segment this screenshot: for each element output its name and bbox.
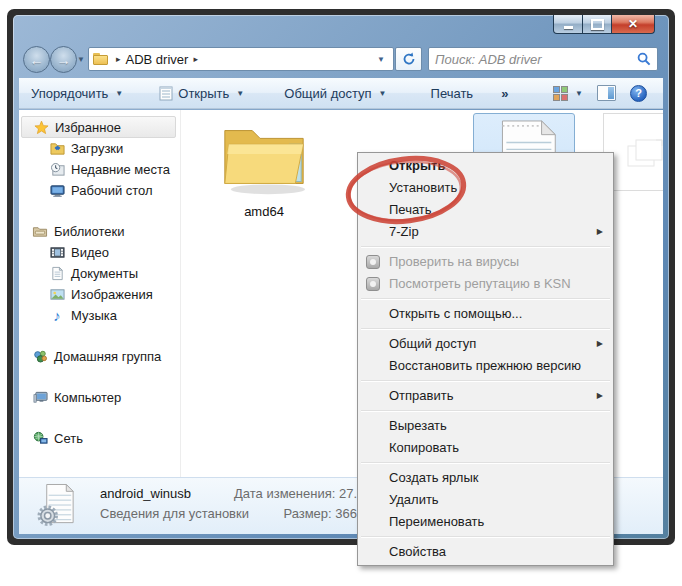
menu-item-label: Проверить на вирусы [389, 254, 519, 269]
downloads-icon [49, 141, 65, 157]
chevron-down-icon: ▼ [575, 89, 583, 98]
chevron-down-icon: ▼ [236, 89, 244, 98]
menu-separator [361, 462, 610, 464]
video-icon [49, 245, 65, 261]
menu-item-open-with[interactable]: Открыть с помощью... [359, 303, 612, 325]
menu-item-rename[interactable]: Переименовать [359, 511, 612, 533]
maximize-icon [591, 19, 604, 30]
breadcrumb-arrow-icon[interactable]: ▸ [116, 54, 121, 64]
chevron-down-icon: ▼ [115, 89, 123, 98]
preview-pane-button[interactable] [597, 85, 616, 101]
menu-item-label: Свойства [389, 544, 446, 559]
desktop-icon [49, 183, 65, 199]
menu-item-label: Удалить [389, 492, 439, 507]
sidebar-item-documents[interactable]: Документы [19, 263, 180, 284]
sidebar-item-downloads[interactable]: Загрузки [19, 138, 180, 159]
views-button[interactable]: ▼ [553, 86, 583, 101]
menu-separator [361, 380, 610, 382]
menu-item-print[interactable]: Печать [359, 199, 612, 221]
recent-pages-caret-icon[interactable]: ▼ [77, 55, 85, 64]
menu-item-label: Вырезать [389, 418, 447, 433]
close-icon: ✕ [628, 17, 638, 31]
help-icon: ? [635, 87, 642, 99]
address-bar[interactable]: ▸ ADB driver ▸ ▼ [88, 47, 394, 71]
menu-item-label: Восстановить прежнюю версию [389, 358, 581, 373]
picture-icon [49, 287, 65, 303]
menu-separator [361, 298, 610, 300]
menu-item-share[interactable]: Общий доступ▶ [359, 333, 612, 355]
menu-item-scan-for-viruses[interactable]: Проверить на вирусы [359, 251, 612, 273]
menu-item-label: Копировать [389, 440, 459, 455]
sidebar-item-favorites[interactable]: Избранное [21, 116, 176, 138]
sidebar-item-recent-places[interactable]: Недавние места [19, 159, 180, 180]
submenu-arrow-icon: ▶ [597, 385, 603, 407]
minimize-button[interactable] [553, 15, 583, 34]
sidebar-item-pictures[interactable]: Изображения [19, 284, 180, 305]
menu-item-install[interactable]: Установить [359, 177, 612, 199]
menu-item-send-to[interactable]: Отправить▶ [359, 385, 612, 407]
sidebar-item-videos[interactable]: Видео [19, 242, 180, 263]
forward-icon: → [57, 52, 71, 68]
navigation-pane: Избранное Загрузки Недавние места Рабочи… [19, 110, 180, 477]
search-box[interactable]: Поиск: ADB driver [428, 47, 658, 71]
refresh-button[interactable] [395, 47, 422, 71]
back-icon: ← [30, 52, 44, 68]
star-icon [33, 119, 49, 135]
breadcrumb[interactable]: ADB driver [126, 52, 189, 67]
menu-separator [361, 246, 610, 248]
sidebar-item-label: Загрузки [71, 141, 123, 156]
menu-item-restore-previous-version[interactable]: Восстановить прежнюю версию [359, 355, 612, 377]
sidebar-item-label: Изображения [71, 287, 153, 302]
network-icon [32, 431, 48, 447]
organize-label: Упорядочить [31, 86, 108, 101]
menu-item-create-shortcut[interactable]: Создать ярлык [359, 467, 612, 489]
menu-item-delete[interactable]: Удалить [359, 489, 612, 511]
antivirus-icon [366, 255, 380, 269]
sidebar-item-label: Сеть [54, 431, 83, 446]
minimize-icon [564, 26, 573, 29]
menu-item-check-reputation-ksn[interactable]: Посмотреть репутацию в KSN [359, 273, 612, 295]
folder-icon [93, 53, 109, 66]
print-button[interactable]: Печать [431, 86, 474, 101]
submenu-arrow-icon: ▶ [597, 221, 603, 243]
close-button[interactable]: ✕ [611, 15, 655, 34]
open-button[interactable]: Открыть ▼ [159, 85, 244, 101]
libraries-icon [32, 224, 48, 240]
sidebar-item-label: Библиотеки [54, 224, 124, 239]
menu-item-label: Переименовать [389, 514, 484, 529]
sidebar-item-network[interactable]: Сеть [19, 428, 180, 449]
sidebar-item-desktop[interactable]: Рабочий стол [19, 180, 180, 201]
search-icon[interactable] [637, 52, 651, 66]
sidebar-item-music[interactable]: ♪ Музыка [19, 305, 180, 326]
forward-button[interactable]: → [50, 46, 77, 73]
more-commands-button[interactable]: » [501, 86, 508, 101]
chevron-down-icon: ▼ [379, 89, 387, 98]
sidebar-item-label: Видео [71, 245, 109, 260]
sidebar-item-computer[interactable]: Компьютер [19, 387, 180, 408]
breadcrumb-arrow-icon[interactable]: ▸ [193, 54, 198, 64]
menu-item-7zip[interactable]: 7-Zip▶ [359, 221, 612, 243]
sidebar-item-libraries[interactable]: Библиотеки [19, 221, 180, 242]
menu-item-properties[interactable]: Свойства [359, 541, 612, 563]
screenshot-canvas: ✕ ← → ▼ ▸ ADB driver ▸ ▼ Поиск: ADB driv… [0, 0, 682, 586]
sidebar-item-homegroup[interactable]: Домашняя группа [19, 346, 180, 367]
menu-item-cut[interactable]: Вырезать [359, 415, 612, 437]
share-button[interactable]: Общий доступ ▼ [284, 86, 386, 101]
file-item-amd64[interactable]: amd64 [217, 114, 311, 219]
organize-button[interactable]: Упорядочить ▼ [31, 86, 123, 101]
command-toolbar: Упорядочить ▼ Открыть ▼ Общий доступ ▼ П… [19, 78, 663, 109]
address-dropdown-icon[interactable]: ▼ [373, 55, 389, 64]
share-label: Общий доступ [284, 86, 371, 101]
maximize-button[interactable] [583, 15, 611, 34]
menu-separator [361, 328, 610, 330]
menu-item-label: Установить [389, 180, 457, 195]
open-label: Открыть [178, 86, 229, 101]
window-controls: ✕ [553, 15, 655, 34]
help-button[interactable]: ? [630, 85, 647, 102]
computer-icon [32, 390, 48, 406]
menu-item-open[interactable]: Открыть [359, 155, 612, 177]
menu-item-copy[interactable]: Копировать [359, 437, 612, 459]
menu-item-label: Общий доступ [389, 336, 476, 351]
back-button[interactable]: ← [23, 46, 50, 73]
submenu-arrow-icon: ▶ [597, 333, 603, 355]
